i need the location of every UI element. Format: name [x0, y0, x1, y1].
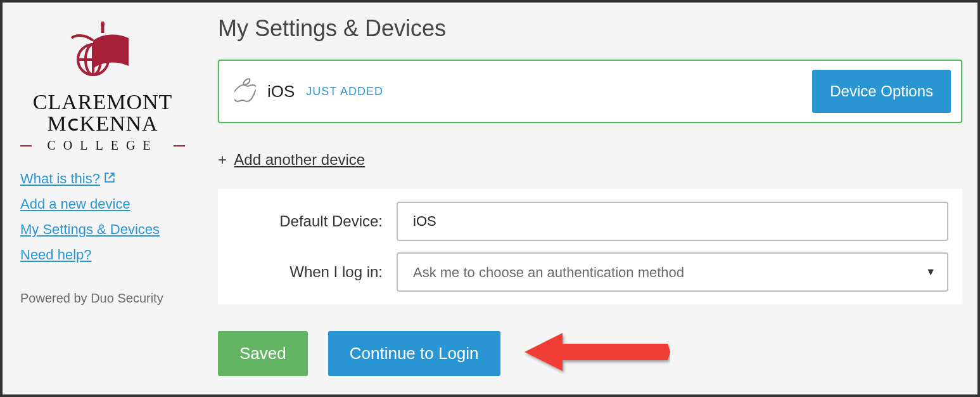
college-logo: CLAREMONT MᴄKENNA COLLEGE [20, 22, 185, 153]
device-options-button[interactable]: Device Options [812, 70, 951, 113]
rule-left [20, 145, 32, 146]
when-i-log-in-row: When I log in: Ask me to choose an authe… [232, 252, 948, 292]
sidebar-links: What is this? Add a new device My Settin… [20, 171, 160, 272]
add-another-device[interactable]: + Add another device [218, 151, 962, 169]
when-i-log-in-select[interactable]: Ask me to choose an authentication metho… [397, 252, 948, 292]
attention-arrow-icon [525, 330, 670, 377]
link-label: Add a new device [20, 196, 130, 212]
link-label: My Settings & Devices [20, 221, 160, 238]
main-content: My Settings & Devices iOS JUST ADDED Dev… [212, 3, 977, 394]
external-link-icon [104, 171, 115, 187]
rule-right [174, 145, 185, 146]
powered-by-text: Powered by Duo Security [20, 291, 163, 306]
page-title: My Settings & Devices [218, 15, 962, 42]
apple-icon [234, 77, 256, 105]
default-device-row: Default Device: [232, 202, 948, 241]
my-settings-devices-link[interactable]: My Settings & Devices [20, 221, 160, 238]
add-new-device-link[interactable]: Add a new device [20, 196, 130, 212]
device-card: iOS JUST ADDED Device Options [218, 60, 962, 123]
action-buttons: Saved Continue to Login [218, 330, 962, 377]
svg-marker-5 [525, 333, 670, 371]
book-globe-icon [68, 22, 137, 85]
when-i-log-in-label: When I log in: [232, 263, 397, 281]
default-device-input[interactable] [397, 202, 948, 241]
what-is-this-link[interactable]: What is this? [20, 171, 115, 187]
device-name: iOS [267, 82, 295, 101]
link-label: Need help? [20, 247, 92, 263]
default-device-label: Default Device: [232, 212, 397, 230]
plus-icon: + [218, 151, 227, 168]
link-label: What is this? [20, 171, 100, 187]
sidebar: CLAREMONT MᴄKENNA COLLEGE What is this? … [3, 3, 212, 394]
just-added-badge: JUST ADDED [306, 85, 383, 98]
logo-line2: MᴄKENNA [47, 110, 158, 136]
settings-panel: Default Device: When I log in: Ask me to… [218, 189, 962, 304]
need-help-link[interactable]: Need help? [20, 247, 92, 263]
add-another-device-label: Add another device [234, 151, 365, 168]
logo-line3-row: COLLEGE [20, 138, 185, 153]
continue-to-login-button[interactable]: Continue to Login [328, 331, 500, 376]
logo-line3: COLLEGE [37, 138, 169, 153]
saved-button[interactable]: Saved [218, 331, 308, 376]
